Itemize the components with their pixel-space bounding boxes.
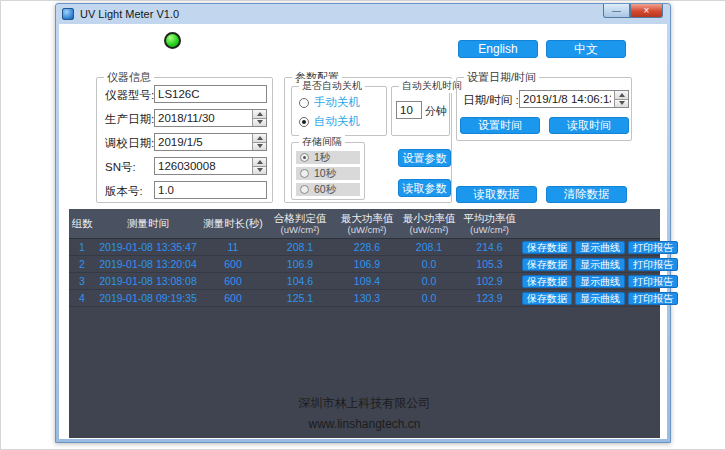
- cell-qualified: 125.1: [265, 292, 335, 304]
- manual-off-label: 手动关机: [314, 95, 360, 110]
- calibration-date-label: 调校日期:: [105, 136, 154, 151]
- auto-off-time-unit: 分钟: [425, 104, 447, 119]
- interval-1s-radio[interactable]: 1秒: [296, 151, 360, 164]
- spinner-up-button[interactable]: [252, 134, 266, 142]
- radio-icon: [300, 185, 309, 194]
- cell-time: 2019-01-08 13:35:47: [95, 241, 201, 253]
- cell-duration: 600: [201, 258, 265, 270]
- datetime-input[interactable]: [520, 91, 614, 107]
- spinner-down-button[interactable]: [252, 166, 266, 175]
- version-input[interactable]: [155, 182, 266, 198]
- minimize-button[interactable]: —: [603, 4, 630, 18]
- spinner-down-button[interactable]: [252, 118, 266, 127]
- production-date-field-wrap: [154, 109, 267, 127]
- cell-avg: 102.9: [459, 275, 520, 287]
- show-curve-button[interactable]: 显示曲线: [575, 241, 625, 254]
- print-report-button[interactable]: 打印报告: [628, 258, 678, 271]
- window-title: UV Light Meter V1.0: [80, 8, 179, 20]
- print-report-button[interactable]: 打印报告: [628, 292, 678, 305]
- cell-max: 106.9: [335, 258, 399, 270]
- spinner-up-button[interactable]: [614, 91, 628, 99]
- datetime-label: 日期/时间 :: [463, 93, 519, 108]
- group-auto-off-time: 自动关机时间 分钟: [391, 86, 450, 136]
- interval-60s-radio[interactable]: 60秒: [296, 183, 360, 196]
- show-curve-button[interactable]: 显示曲线: [575, 258, 625, 271]
- group-storage-interval: 存储间隔 1秒 10秒 60秒: [291, 142, 365, 200]
- close-button[interactable]: ×: [630, 4, 663, 18]
- auto-off-radio[interactable]: 自动关机: [299, 114, 360, 129]
- save-data-button[interactable]: 保存数据: [522, 275, 572, 288]
- col-header-actions: [520, 209, 660, 238]
- cell-actions: 保存数据 显示曲线 打印报告: [520, 258, 660, 271]
- group-auto-off: 是否自动关机 手动关机 自动关机: [291, 86, 387, 136]
- cell-max: 228.6: [335, 241, 399, 253]
- calibration-date-input[interactable]: [155, 134, 252, 150]
- read-params-button[interactable]: 读取参数: [398, 179, 451, 197]
- cell-group: 1: [69, 241, 95, 253]
- cell-group: 2: [69, 258, 95, 270]
- print-report-button[interactable]: 打印报告: [628, 275, 678, 288]
- cell-qualified: 106.9: [265, 258, 335, 270]
- english-language-button[interactable]: English: [458, 40, 538, 58]
- cell-min: 0.0: [399, 258, 459, 270]
- titlebar[interactable]: UV Light Meter V1.0: [56, 4, 670, 24]
- cell-avg: 214.6: [459, 241, 520, 253]
- save-data-button[interactable]: 保存数据: [522, 258, 572, 271]
- col-header-group: 组数: [69, 209, 95, 238]
- cell-actions: 保存数据 显示曲线 打印报告: [520, 292, 660, 305]
- auto-off-time-field-wrap: [396, 101, 422, 119]
- spinner-up-button[interactable]: [252, 110, 266, 118]
- sn-field-wrap: [154, 157, 267, 175]
- version-field-wrap: [154, 181, 267, 199]
- cell-time: 2019-01-08 09:19:35: [95, 292, 201, 304]
- col-header-qualified: 合格判定值(uW/cm²): [265, 209, 335, 238]
- client-area: English 中文 仪器信息 仪器型号: 生产日期: 调校日期:: [59, 24, 667, 439]
- auto-off-label: 自动关机: [314, 114, 360, 129]
- col-header-min: 最小功率值(uW/cm²): [399, 209, 459, 238]
- cell-time: 2019-01-08 13:08:08: [95, 275, 201, 287]
- radio-icon: [300, 169, 309, 178]
- group-datetime: 设置日期/时间 日期/时间 : 设置时间 读取时间: [456, 77, 632, 141]
- set-params-button[interactable]: 设置参数: [398, 149, 451, 167]
- chinese-language-button[interactable]: 中文: [546, 40, 626, 58]
- set-time-button[interactable]: 设置时间: [460, 117, 540, 134]
- sn-input[interactable]: [155, 158, 252, 174]
- group-storage-interval-legend: 存储间隔: [299, 135, 345, 149]
- spinner-up-button[interactable]: [252, 158, 266, 166]
- group-device-info: 仪器信息 仪器型号: 生产日期: 调校日期:: [96, 77, 273, 203]
- spinner-down-button[interactable]: [614, 99, 628, 108]
- app-icon: [62, 8, 74, 20]
- group-param-config: 参数配置 是否自动关机 手动关机 自动关机 自动关机时间: [284, 77, 452, 203]
- cell-time: 2019-01-08 13:20:04: [95, 258, 201, 270]
- table-header-row: 组数 测量时间 测量时长(秒) 合格判定值(uW/cm²) 最大功率值(uW/c…: [69, 209, 660, 239]
- sn-label: SN号:: [105, 160, 136, 175]
- model-field-wrap: [154, 85, 267, 103]
- save-data-button[interactable]: 保存数据: [522, 241, 572, 254]
- interval-10s-radio[interactable]: 10秒: [296, 167, 360, 180]
- cell-qualified: 208.1: [265, 241, 335, 253]
- cell-max: 130.3: [335, 292, 399, 304]
- cell-actions: 保存数据 显示曲线 打印报告: [520, 275, 660, 288]
- calibration-date-field-wrap: [154, 133, 267, 151]
- cell-avg: 105.3: [459, 258, 520, 270]
- production-date-label: 生产日期:: [105, 112, 154, 127]
- radio-icon: [299, 98, 309, 108]
- table-row: 1 2019-01-08 13:35:47 11 208.1 228.6 208…: [69, 239, 660, 256]
- show-curve-button[interactable]: 显示曲线: [575, 275, 625, 288]
- save-data-button[interactable]: 保存数据: [522, 292, 572, 305]
- table-row: 4 2019-01-08 09:19:35 600 125.1 130.3 0.…: [69, 290, 660, 307]
- cell-group: 4: [69, 292, 95, 304]
- read-time-button[interactable]: 读取时间: [549, 117, 629, 134]
- group-datetime-legend: 设置日期/时间: [464, 70, 539, 85]
- auto-off-time-input[interactable]: [397, 102, 421, 118]
- model-input[interactable]: [155, 86, 266, 102]
- production-date-input[interactable]: [155, 110, 252, 126]
- print-report-button[interactable]: 打印报告: [628, 241, 678, 254]
- show-curve-button[interactable]: 显示曲线: [575, 292, 625, 305]
- spinner-down-button[interactable]: [252, 142, 266, 151]
- clear-data-button[interactable]: 清除数据: [546, 186, 627, 203]
- cell-duration: 600: [201, 275, 265, 287]
- manual-off-radio[interactable]: 手动关机: [299, 95, 360, 110]
- read-data-button[interactable]: 读取数据: [456, 186, 537, 203]
- company-name: 深圳市林上科技有限公司: [69, 395, 660, 412]
